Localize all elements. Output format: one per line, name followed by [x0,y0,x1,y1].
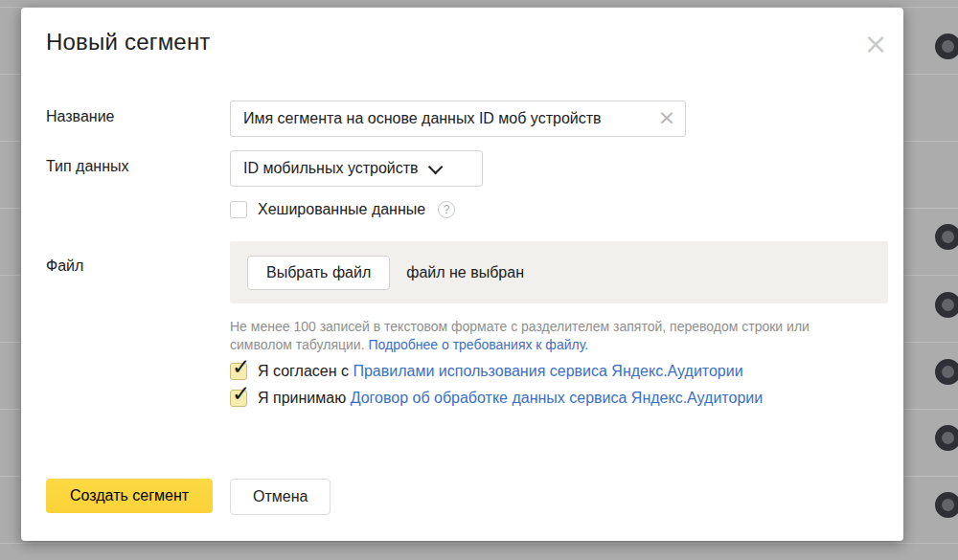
agreement-row: ✓ Я согласен с Правилами использования с… [230,363,743,380]
background-row-icon [935,492,958,518]
checkmark-icon: ✓ [232,356,250,378]
segment-name-input[interactable] [230,101,686,137]
agreement-row: ✓ Я принимаю Договор об обработке данных… [230,390,763,407]
file-field-label: Файл [46,258,83,275]
segment-name-field: × [230,101,686,137]
data-type-value: ID мобильных устройств [243,160,419,177]
data-type-label: Тип данных [46,158,129,175]
rules-link[interactable]: Правилами использования сервиса Яндекс.А… [353,363,742,379]
background-row-icon [935,359,958,385]
dialog-title: Новый сегмент [46,29,211,56]
close-icon[interactable]: × [859,29,892,61]
file-requirements-link[interactable]: Подробнее о требованиях к файлу. [368,337,588,352]
chevron-down-icon [427,159,443,174]
file-status-text: файл не выбран [406,264,524,281]
background-row-icon [935,425,958,451]
agreement-text: Я принимаю [258,390,351,406]
hashed-data-label: Хешированные данные [258,201,425,218]
rules-agreement-checkbox[interactable]: ✓ [230,363,247,380]
cancel-button[interactable]: Отмена [230,479,331,515]
checkmark-icon: ✓ [232,383,250,405]
new-segment-dialog: Новый сегмент × Название × Тип данных ID… [21,8,903,541]
choose-file-button[interactable]: Выбрать файл [247,256,390,290]
clear-input-icon[interactable]: × [656,107,677,128]
background-row-icon [935,224,958,250]
create-segment-button[interactable]: Создать сегмент [46,479,213,513]
agreement-label: Я согласен с Правилами использования сер… [258,363,743,380]
agreement-label: Я принимаю Договор об обработке данных с… [258,390,763,407]
background-row-icon [935,292,958,318]
file-upload-panel: Выбрать файл файл не выбран [230,241,888,303]
hashed-data-row: Хешированные данные ? [230,201,455,218]
background-row-icon [935,34,958,59]
name-field-label: Название [46,108,115,125]
hashed-data-checkbox[interactable] [230,201,247,218]
contract-agreement-checkbox[interactable]: ✓ [230,390,247,407]
contract-link[interactable]: Договор об обработке данных сервиса Янде… [351,390,764,406]
agreement-text: Я согласен с [258,363,353,379]
data-type-select[interactable]: ID мобильных устройств [230,150,483,187]
file-requirements-hint: Не менее 100 записей в текстовом формате… [230,318,858,354]
help-icon[interactable]: ? [438,201,455,218]
